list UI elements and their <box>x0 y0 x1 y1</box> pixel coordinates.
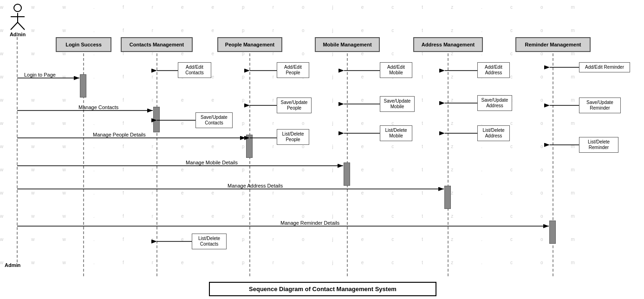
actor-label: Admin <box>8 32 27 37</box>
return-list-address: List/DeleteAddress <box>477 125 510 141</box>
msg-manage-mobile: Manage Mobile Details <box>186 160 238 165</box>
activation-reminder <box>549 221 556 244</box>
return-save-address: Save/UpdateAddress <box>477 95 512 111</box>
msg-manage-contacts: Manage Contacts <box>78 104 118 110</box>
msg-login: Login to Page <box>24 72 56 78</box>
return-add-edit-people: Add/EditPeople <box>277 62 309 78</box>
lifeline-reminder: Reminder Management <box>515 37 591 52</box>
msg-manage-people: Manage People Details <box>93 132 146 137</box>
return-save-contacts: Save/UpdateContacts <box>195 112 233 128</box>
activation-address <box>444 186 451 209</box>
return-list-contacts: List/DeleteContacts <box>192 234 227 249</box>
return-add-edit-address: Add/EditAddress <box>477 62 510 78</box>
return-list-mobile: List/DeleteMobile <box>380 125 412 141</box>
return-save-mobile: Save/UpdateMobile <box>380 96 415 112</box>
return-add-edit-contacts: Add/EditContacts <box>178 62 211 78</box>
activation-mobile <box>344 162 350 186</box>
return-add-edit-mobile: Add/EditMobile <box>380 62 412 78</box>
actor-admin: Admin <box>8 4 27 37</box>
return-save-people: Save/UpdatePeople <box>277 98 312 113</box>
return-save-reminder: Save/UpdateReminder <box>579 98 621 113</box>
msg-manage-address: Manage Address Details <box>228 183 283 188</box>
lifeline-people: People Management <box>217 37 282 52</box>
msg-manage-reminder: Manage Reminder Details <box>280 220 339 226</box>
actor-bottom-label: Admin <box>5 262 20 268</box>
return-list-people: List/DeletePeople <box>277 129 309 145</box>
activation-login <box>80 74 86 98</box>
diagram-title: Sequence Diagram of Contact Management S… <box>209 282 436 296</box>
activation-contacts <box>153 107 160 132</box>
return-add-edit-reminder: Add/Edit Reminder <box>579 62 630 72</box>
activation-people <box>246 135 253 158</box>
svg-line-2 <box>11 22 18 30</box>
lifeline-address: Address Management <box>413 37 483 52</box>
return-list-reminder: List/DeleteReminder <box>579 137 618 153</box>
lifeline-mobile: Mobile Management <box>315 37 380 52</box>
svg-line-3 <box>18 22 25 30</box>
lifeline-contacts: Contacts Management <box>121 37 193 52</box>
lifeline-login: Login Success <box>56 37 111 52</box>
